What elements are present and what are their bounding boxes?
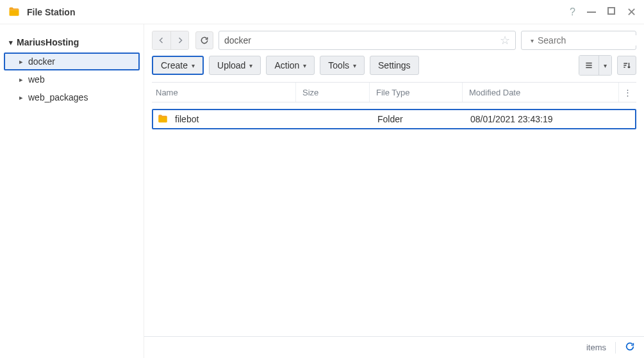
cell-type: Folder <box>371 114 464 124</box>
create-label: Create <box>161 60 188 70</box>
nav-forward-button[interactable] <box>170 31 188 49</box>
settings-button[interactable]: Settings <box>370 56 419 75</box>
table-row[interactable]: filebot Folder 08/01/2021 23:43:19 <box>152 109 636 129</box>
view-mode-group: ▾ <box>579 55 612 76</box>
status-refresh-button[interactable] <box>625 341 635 354</box>
close-button[interactable]: ✕ <box>627 5 636 19</box>
view-mode-dropdown[interactable]: ▾ <box>599 56 611 75</box>
search-dropdown-caret-icon[interactable]: ▾ <box>531 37 534 44</box>
app-title: File Station <box>27 7 570 17</box>
tree-item-web[interactable]: ▸ web <box>0 70 144 88</box>
sort-button[interactable] <box>617 56 636 75</box>
upload-label: Upload <box>217 60 245 70</box>
col-header-modified[interactable]: Modified Date <box>463 83 618 102</box>
caret-down-icon: ▾ <box>353 62 356 69</box>
table-body: filebot Folder 08/01/2021 23:43:19 <box>152 102 636 336</box>
sidebar: ▾ MariusHosting ▸ docker ▸ web ▸ web_pac… <box>0 24 144 358</box>
col-header-size[interactable]: Size <box>296 83 370 102</box>
tree-item-label: web <box>28 74 45 85</box>
main-panel: ☆ ▾ Create ▾ Upload ▾ Action ▾ T <box>144 24 644 358</box>
col-header-name[interactable]: Name <box>152 83 296 102</box>
view-list-button[interactable] <box>579 56 599 75</box>
settings-label: Settings <box>378 60 411 70</box>
tree-root-label: MariusHosting <box>17 37 79 47</box>
nav-history-group <box>152 31 189 50</box>
caret-down-icon: ▾ <box>192 62 195 69</box>
search-input[interactable] <box>538 35 644 45</box>
create-button[interactable]: Create ▾ <box>152 56 204 75</box>
window-controls: ? ✕ <box>570 5 636 19</box>
app-folder-icon <box>8 6 21 19</box>
caret-right-icon: ▸ <box>19 76 23 84</box>
divider <box>615 342 616 354</box>
tree-item-label: docker <box>28 56 55 67</box>
reload-button[interactable] <box>195 31 213 49</box>
col-header-type[interactable]: File Type <box>370 83 463 102</box>
tools-button[interactable]: Tools ▾ <box>320 56 365 75</box>
cell-name: filebot <box>175 114 199 124</box>
caret-down-icon: ▾ <box>9 38 13 47</box>
folder-icon <box>157 113 169 125</box>
caret-right-icon: ▸ <box>19 94 23 102</box>
favorite-star-icon[interactable]: ☆ <box>500 33 510 47</box>
file-table: Name Size File Type Modified Date ⋮ file… <box>144 82 644 336</box>
path-input[interactable] <box>224 35 500 45</box>
maximize-button[interactable] <box>607 7 615 17</box>
toolbar-actions: Create ▾ Upload ▾ Action ▾ Tools ▾ Setti… <box>144 53 644 82</box>
caret-down-icon: ▾ <box>303 62 306 69</box>
upload-button[interactable]: Upload ▾ <box>209 56 261 75</box>
caret-down-icon: ▾ <box>249 62 252 69</box>
statusbar: items <box>144 336 644 358</box>
tree-item-label: web_packages <box>28 92 88 102</box>
tree-item-web-packages[interactable]: ▸ web_packages <box>0 88 144 106</box>
action-label: Action <box>274 60 299 70</box>
minimize-button[interactable] <box>587 7 596 17</box>
table-header: Name Size File Type Modified Date ⋮ <box>152 82 636 102</box>
help-icon[interactable]: ? <box>570 6 575 18</box>
toolbar-nav: ☆ ▾ <box>144 24 644 53</box>
status-items-label: items <box>586 343 606 352</box>
search-box[interactable]: ▾ <box>521 31 636 50</box>
titlebar: File Station ? ✕ <box>0 0 644 24</box>
action-button[interactable]: Action ▾ <box>266 56 315 75</box>
tree-root[interactable]: ▾ MariusHosting <box>0 35 144 53</box>
cell-modified: 08/01/2021 23:43:19 <box>464 114 617 124</box>
tree-item-docker[interactable]: ▸ docker <box>4 53 140 70</box>
nav-back-button[interactable] <box>153 31 170 49</box>
col-header-menu[interactable]: ⋮ <box>618 83 636 102</box>
path-field[interactable]: ☆ <box>219 31 516 50</box>
tools-label: Tools <box>328 60 349 70</box>
caret-right-icon: ▸ <box>19 58 23 66</box>
